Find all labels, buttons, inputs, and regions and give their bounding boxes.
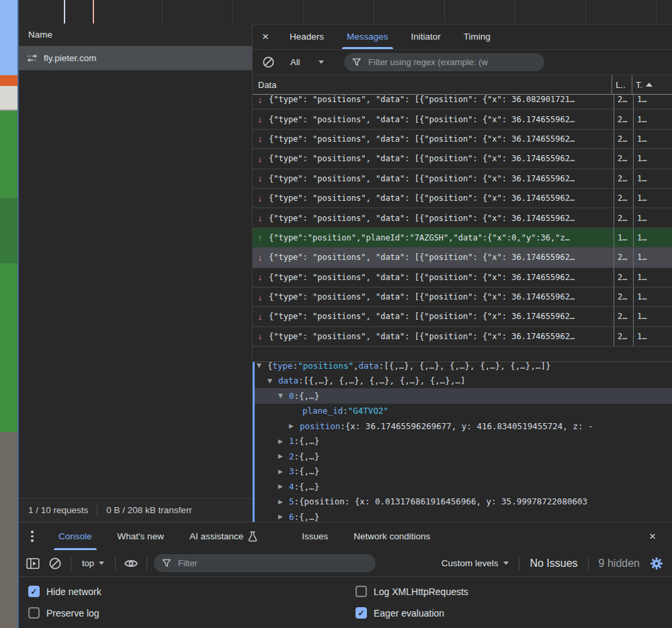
message-time-cell: 1… (633, 287, 672, 306)
message-row[interactable]: ↓{"type": "positions", "data": [{"positi… (253, 268, 672, 287)
preserve-log-checkbox[interactable]: Preserve log (28, 607, 355, 619)
tab-headers[interactable]: Headers (278, 24, 335, 49)
issues-status[interactable]: No Issues (530, 557, 577, 570)
collapsed-triangle-icon[interactable]: ▶ (278, 483, 289, 490)
message-time-cell: 1… (633, 109, 672, 128)
message-row[interactable]: ↓{"type": "positions", "data": [{"positi… (253, 248, 672, 267)
tree-segment: : (340, 421, 345, 431)
create-live-expression-button[interactable] (122, 555, 140, 572)
request-name: fly.pieter.com (44, 53, 97, 63)
column-header-time[interactable]: T. (632, 75, 672, 94)
request-row-fly-pieter[interactable]: fly.pieter.com (19, 46, 252, 71)
name-column-header[interactable]: Name (19, 24, 252, 46)
tree-segment: { (267, 361, 273, 371)
tree-row[interactable]: plane_id: "G4TVO2" (253, 404, 672, 419)
network-overview-timeline[interactable] (19, 0, 672, 25)
collapsed-triangle-icon[interactable]: ▶ (289, 422, 300, 429)
message-row[interactable]: ↓{"type": "positions", "data": [{"positi… (253, 208, 672, 228)
tab-messages[interactable]: Messages (335, 24, 400, 49)
close-detail-icon[interactable]: × (253, 30, 278, 44)
tree-segment: : (298, 375, 304, 386)
log-xmlhttprequests-checkbox[interactable]: Log XMLHttpRequests (355, 586, 672, 597)
tree-row[interactable]: ▶3: {,…} (253, 464, 672, 480)
drawer-tab-issues[interactable]: Issues (289, 523, 341, 550)
received-arrow-icon: ↓ (253, 193, 267, 204)
eager-evaluation-checkbox[interactable]: Eager evaluation (355, 607, 672, 619)
expanded-triangle-icon[interactable]: ▼ (257, 362, 267, 369)
tree-segment: type (273, 361, 293, 371)
game-house-roof (0, 75, 19, 86)
message-data-cell: {"type":"position","planeId":"7AZGSH","d… (267, 233, 614, 242)
execution-context-value: top (82, 558, 94, 568)
tree-row[interactable]: ▶position: {x: 36.17465596269677, y: 416… (253, 418, 672, 434)
message-row[interactable]: ↓{"type": "positions", "data": [{"positi… (253, 169, 672, 189)
tree-segment: : (294, 451, 300, 461)
hide-network-checkbox[interactable]: Hide network (28, 586, 355, 597)
message-data-cell: {"type": "positions", "data": [{"positio… (267, 292, 614, 302)
message-length-cell: 2… (614, 287, 633, 306)
tree-row[interactable]: ▼data: [{,…}, {,…}, {,…}, {,…}, {,…},…] (253, 373, 672, 389)
messages-table[interactable]: ↓{"type": "positions", "data": [{"positi… (253, 95, 672, 347)
clear-messages-button[interactable] (259, 54, 277, 71)
log-levels-select[interactable]: Custom levels (442, 558, 509, 568)
message-payload-tree[interactable]: ▼{type: "positions", data: [{,…}, {,…}, … (253, 361, 672, 539)
domcontentloaded-event-line (64, 0, 65, 24)
message-row[interactable]: ↓{"type": "positions", "data": [{"positi… (253, 327, 672, 347)
tree-row[interactable]: ▶5: {position: {x: 0.013176861916456966,… (253, 494, 672, 510)
message-time-cell: 1… (633, 248, 672, 267)
tree-segment: {,…} (299, 451, 319, 461)
collapsed-triangle-icon[interactable]: ▶ (278, 468, 289, 475)
console-filter-pill (154, 554, 376, 572)
clear-console-button[interactable] (46, 555, 64, 572)
tree-row[interactable]: ▼0: {,…} (253, 388, 672, 404)
column-header-data[interactable]: Data (253, 80, 612, 90)
message-row[interactable]: ↓{"type": "positions", "data": [{"positi… (253, 149, 672, 169)
drawer-tab-network-conditions[interactable]: Network conditions (341, 523, 443, 550)
drawer-menu-icon[interactable] (19, 531, 46, 542)
message-row[interactable]: ↑{"type":"position","planeId":"7AZGSH","… (253, 228, 672, 248)
drawer-tab-ai-assistance[interactable]: AI assistance (177, 523, 270, 550)
collapsed-triangle-icon[interactable]: ▶ (278, 438, 289, 445)
drawer-tab-console[interactable]: Console (46, 523, 105, 550)
collapsed-triangle-icon[interactable]: ▶ (278, 513, 289, 520)
column-header-length[interactable]: L.. (612, 75, 632, 94)
message-data-cell: {"type": "positions", "data": [{"positio… (267, 134, 614, 144)
drawer-tab-whats-new[interactable]: What's new (105, 523, 177, 550)
game-grass (0, 109, 19, 432)
tree-row[interactable]: ▼{type: "positions", data: [{,…}, {,…}, … (253, 361, 672, 373)
console-filter-input[interactable] (177, 557, 368, 569)
expanded-triangle-icon[interactable]: ▼ (278, 392, 289, 399)
request-list-panel: Name fly.pieter.com 1 / 10 requests (19, 24, 252, 522)
execution-context-select[interactable]: top (78, 558, 108, 568)
message-row[interactable]: ↓{"type": "positions", "data": [{"positi… (253, 307, 672, 326)
close-drawer-icon[interactable]: × (640, 530, 665, 543)
message-row[interactable]: ↓{"type": "positions", "data": [{"positi… (253, 189, 672, 208)
message-row[interactable]: ↓{"type": "positions", "data": [{"positi… (253, 130, 672, 149)
tree-segment: "positions" (298, 361, 353, 371)
collapsed-triangle-icon[interactable]: ▶ (278, 453, 289, 459)
tree-row[interactable]: ▶4: {,…} (253, 479, 672, 494)
checkbox-icon (355, 586, 367, 597)
collapsed-triangle-icon[interactable]: ▶ (278, 498, 289, 505)
message-type-select[interactable]: All (282, 57, 329, 67)
message-time-cell: 1… (633, 208, 672, 227)
timeline-gridline (303, 0, 304, 24)
hidden-messages-count[interactable]: 9 hidden (599, 557, 640, 570)
tree-segment: : (294, 512, 300, 522)
console-settings-button[interactable] (648, 555, 665, 572)
expanded-triangle-icon[interactable]: ▼ (267, 377, 278, 384)
regex-filter-input[interactable] (367, 56, 536, 68)
tab-initiator[interactable]: Initiator (400, 24, 452, 49)
message-row[interactable]: ↓{"type": "positions", "data": [{"positi… (253, 95, 672, 109)
console-sidebar-toggle-button[interactable] (24, 555, 42, 572)
game-house-wall (0, 86, 19, 111)
toolbar-divider (588, 557, 589, 570)
tree-segment: 3 (289, 466, 294, 476)
tree-row[interactable]: ▶2: {,…} (253, 449, 672, 464)
message-row[interactable]: ↓{"type": "positions", "data": [{"positi… (253, 109, 672, 129)
tree-pane-accent-bar (253, 362, 255, 539)
message-data-cell: {"type": "positions", "data": [{"positio… (267, 273, 614, 282)
tab-timing[interactable]: Timing (452, 24, 502, 49)
message-row[interactable]: ↓{"type": "positions", "data": [{"positi… (253, 287, 672, 307)
tree-row[interactable]: ▶1: {,…} (253, 434, 672, 449)
